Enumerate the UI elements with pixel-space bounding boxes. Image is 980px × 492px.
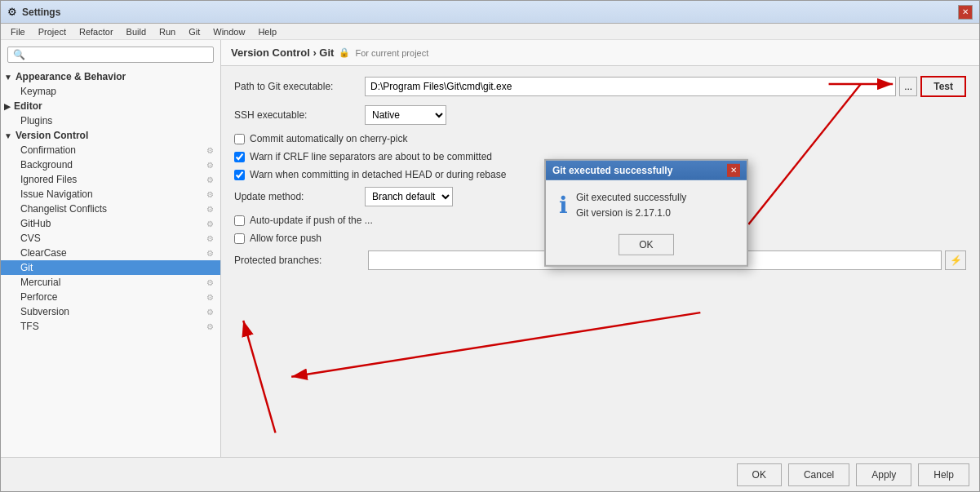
checkbox-crlf-label: Warn if CRLF line separators are about t… — [250, 151, 492, 162]
ssh-label: SSH executable: — [234, 109, 365, 121]
menu-build[interactable]: Build — [120, 27, 153, 37]
right-panel-wrapper: Version Control › Git 🔒 For current proj… — [221, 40, 979, 457]
expand-icon-editor: ▶ — [4, 102, 11, 111]
sidebar-item-editor[interactable]: ▶ Editor — [1, 99, 220, 113]
gear-icon-ignored: ⚙ — [206, 175, 214, 184]
panel-title: Version Control › Git — [231, 47, 334, 59]
modal-close-button[interactable]: ✕ — [727, 164, 740, 177]
sidebar-item-plugins[interactable]: Plugins — [1, 113, 220, 128]
menu-project[interactable]: Project — [32, 27, 73, 37]
ssh-input-wrap: Native Built-in — [365, 105, 966, 125]
menu-run[interactable]: Run — [153, 27, 182, 37]
sidebar-item-confirmation[interactable]: Confirmation ⚙ — [1, 143, 220, 157]
panel-subtitle: For current project — [355, 48, 428, 58]
checkbox-cherry-pick-row: Commit automatically on cherry-pick — [234, 133, 966, 144]
git-path-row: Path to Git executable: ... Test — [234, 76, 966, 97]
sidebar-item-tfs[interactable]: TFS ⚙ — [1, 319, 220, 334]
sidebar-item-background[interactable]: Background ⚙ — [1, 157, 220, 172]
modal-body: ℹ Git executed successfully Git version … — [546, 180, 747, 231]
update-method-label: Update method: — [234, 191, 365, 202]
menu-window[interactable]: Window — [206, 27, 251, 37]
ssh-row: SSH executable: Native Built-in — [234, 105, 966, 125]
git-path-dots-button[interactable]: ... — [899, 77, 917, 96]
gear-icon-confirmation: ⚙ — [206, 146, 214, 155]
main-content: 🔍 ▼ Appearance & Behavior Keymap ▶ Edito… — [1, 40, 979, 457]
git-path-input-wrap: ... Test — [365, 76, 966, 97]
sidebar-item-keymap[interactable]: Keymap — [1, 84, 220, 99]
modal-title-bar: Git executed successfully ✕ — [546, 161, 747, 180]
protected-branches-label: Protected branches: — [234, 255, 365, 266]
sidebar-item-changelist-conflicts[interactable]: Changelist Conflicts ⚙ — [1, 202, 220, 216]
gear-icon-background: ⚙ — [206, 161, 214, 170]
gear-icon-issue: ⚙ — [206, 190, 214, 199]
git-path-label: Path to Git executable: — [234, 81, 365, 92]
git-path-input[interactable] — [365, 77, 896, 96]
force-push-label: Allow force push — [250, 233, 321, 244]
gear-icon-subversion: ⚙ — [206, 308, 214, 317]
gear-icon-mercurial: ⚙ — [206, 278, 214, 287]
expand-icon: ▼ — [4, 73, 12, 82]
expand-icon-vc: ▼ — [4, 131, 12, 140]
menu-git[interactable]: Git — [182, 27, 206, 37]
sidebar-item-subversion[interactable]: Subversion ⚙ — [1, 304, 220, 319]
checkbox-force-push[interactable] — [234, 233, 245, 244]
menu-file[interactable]: File — [4, 27, 32, 37]
gear-icon-tfs: ⚙ — [206, 322, 214, 331]
window-icon: ⚙ — [7, 6, 17, 18]
update-method-select[interactable]: Branch default Merge Rebase — [365, 187, 453, 206]
search-icon: 🔍 — [13, 49, 25, 60]
sidebar-item-clearcase[interactable]: ClearCase ⚙ — [1, 246, 220, 260]
settings-window: ⚙ Settings ✕ File Project Refactor Build… — [0, 0, 980, 492]
close-button[interactable]: ✕ — [958, 5, 973, 20]
auto-update-label: Auto-update if push of the ... — [250, 215, 373, 226]
sidebar-item-github[interactable]: GitHub ⚙ — [1, 216, 220, 231]
title-bar: ⚙ Settings ✕ — [1, 1, 979, 24]
bottom-bar: OK Cancel Apply Help — [1, 457, 979, 491]
panel-header: Version Control › Git 🔒 For current proj… — [221, 40, 979, 66]
menu-help[interactable]: Help — [251, 27, 283, 37]
help-button[interactable]: Help — [918, 463, 969, 486]
gear-icon-clearcase: ⚙ — [206, 249, 214, 258]
git-success-modal[interactable]: Git executed successfully ✕ ℹ Git execut… — [544, 159, 748, 267]
checkbox-detached-label: Warn when committing in detached HEAD or… — [250, 169, 506, 180]
sidebar-item-appearance[interactable]: ▼ Appearance & Behavior — [1, 69, 220, 84]
sidebar-item-version-control[interactable]: ▼ Version Control — [1, 128, 220, 143]
modal-footer: OK — [546, 231, 747, 265]
gear-icon-perforce: ⚙ — [206, 293, 214, 302]
menu-bar: File Project Refactor Build Run Git Wind… — [1, 24, 979, 40]
window-title: Settings — [22, 7, 956, 18]
checkbox-auto-update[interactable] — [234, 215, 245, 226]
protected-branches-icon-button[interactable]: ⚡ — [945, 250, 966, 270]
sidebar-item-ignored-files[interactable]: Ignored Files ⚙ — [1, 172, 220, 187]
gear-icon-github: ⚙ — [206, 219, 214, 228]
lock-icon: 🔒 — [339, 47, 350, 58]
modal-title: Git executed successfully — [552, 165, 672, 176]
sidebar-item-git[interactable]: Git — [1, 260, 220, 275]
checkbox-cherry-pick[interactable] — [234, 134, 245, 144]
apply-button[interactable]: Apply — [856, 463, 911, 486]
search-input[interactable] — [29, 49, 208, 60]
sidebar-item-issue-navigation[interactable]: Issue Navigation ⚙ — [1, 187, 220, 202]
search-box[interactable]: 🔍 — [7, 47, 214, 63]
sidebar-item-mercurial[interactable]: Mercurial ⚙ — [1, 275, 220, 290]
sidebar-item-cvs[interactable]: CVS ⚙ — [1, 231, 220, 246]
gear-icon-changelist: ⚙ — [206, 205, 214, 214]
checkbox-detached[interactable] — [234, 170, 245, 180]
sidebar-item-perforce[interactable]: Perforce ⚙ — [1, 290, 220, 304]
gear-icon-cvs: ⚙ — [206, 234, 214, 243]
modal-info-icon: ℹ — [559, 192, 568, 219]
cancel-button[interactable]: Cancel — [788, 463, 849, 486]
menu-refactor[interactable]: Refactor — [73, 27, 120, 37]
ok-button[interactable]: OK — [737, 463, 782, 486]
sidebar: 🔍 ▼ Appearance & Behavior Keymap ▶ Edito… — [1, 40, 221, 457]
modal-ok-button[interactable]: OK — [619, 234, 673, 255]
checkbox-cherry-pick-label: Commit automatically on cherry-pick — [250, 133, 407, 144]
ssh-select[interactable]: Native Built-in — [365, 105, 446, 125]
checkbox-crlf[interactable] — [234, 152, 245, 162]
test-button[interactable]: Test — [920, 76, 966, 97]
modal-message: Git executed successfully Git version is… — [576, 190, 686, 221]
